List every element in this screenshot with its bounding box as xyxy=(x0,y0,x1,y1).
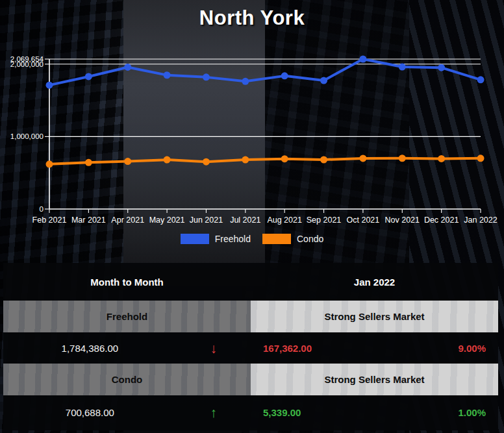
freehold-point xyxy=(438,64,445,71)
line-chart: 2,069,6542,000,0001,000,0000Feb 2021Mar … xyxy=(0,40,504,235)
condo-data-row: 700,688.00 ↑ 5,339.00 1.00% xyxy=(3,395,498,430)
condo-point xyxy=(203,158,210,166)
x-axis-tick-label: Jul 2021 xyxy=(230,216,260,225)
freehold-point xyxy=(203,73,210,80)
up-arrow-icon: ↑ xyxy=(177,406,251,419)
freehold-point xyxy=(320,77,327,84)
y-axis-tick-label: 2,000,000 xyxy=(10,60,44,68)
chart-legend: Freehold Condo xyxy=(0,232,504,246)
condo-point xyxy=(85,159,92,166)
condo-point xyxy=(164,156,171,164)
down-arrow-icon: ↓ xyxy=(177,341,251,355)
condo-current-value: 700,688.00 xyxy=(3,407,177,418)
freehold-point xyxy=(242,78,249,85)
condo-point xyxy=(320,156,327,163)
freehold-point xyxy=(85,73,92,80)
condo-point xyxy=(124,158,131,165)
legend-label-condo: Condo xyxy=(297,234,323,244)
x-axis-tick-label: Aug 2021 xyxy=(267,216,302,225)
header-current-month: Jan 2022 xyxy=(251,263,498,301)
freehold-legend-swatch-icon xyxy=(181,234,209,244)
condo-change-percent: 1.00% xyxy=(458,407,486,418)
condo-point xyxy=(399,155,406,162)
header-month-to-month: Month to Month xyxy=(3,263,251,301)
x-axis-tick-label: Oct 2021 xyxy=(347,216,380,225)
freehold-point xyxy=(399,64,406,71)
freehold-change-percent: 9.00% xyxy=(458,343,486,354)
condo-market-status: Strong Sellers Market xyxy=(251,364,498,395)
freehold-point xyxy=(124,64,131,71)
condo-point xyxy=(438,155,445,162)
legend-item-condo: Condo xyxy=(262,234,323,244)
freehold-point xyxy=(164,71,171,79)
legend-label-freehold: Freehold xyxy=(215,234,251,244)
freehold-change-amount: 167,362.00 xyxy=(263,343,312,354)
condo-line xyxy=(49,158,481,164)
condo-point xyxy=(281,155,288,162)
freehold-point xyxy=(477,76,485,83)
page-title: North York xyxy=(0,6,504,30)
freehold-point xyxy=(359,56,366,63)
legend-item-freehold: Freehold xyxy=(181,234,251,244)
condo-point xyxy=(242,156,249,164)
freehold-row-label: Freehold xyxy=(3,301,251,332)
x-axis-tick-label: Dec 2021 xyxy=(424,216,459,225)
x-axis-tick-label: Feb 2021 xyxy=(32,216,67,225)
freehold-current-value: 1,784,386.00 xyxy=(3,343,177,354)
x-axis-tick-label: Jan 2022 xyxy=(464,216,497,225)
x-axis-tick-label: May 2021 xyxy=(149,216,185,225)
freehold-market-status: Strong Sellers Market xyxy=(251,301,498,332)
freehold-point xyxy=(46,82,53,89)
condo-point xyxy=(46,160,53,167)
freehold-point xyxy=(281,72,288,79)
x-axis-tick-label: Nov 2021 xyxy=(385,216,420,225)
condo-row-label: Condo xyxy=(3,364,251,395)
freehold-label-row: Freehold Strong Sellers Market xyxy=(3,301,498,332)
condo-legend-swatch-icon xyxy=(262,234,291,244)
summary-table: Month to Month Jan 2022 Freehold Strong … xyxy=(3,263,498,430)
freehold-line xyxy=(49,59,481,85)
condo-change-amount: 5,339.00 xyxy=(263,407,301,418)
x-axis-tick-label: Sep 2021 xyxy=(307,216,342,225)
condo-change-cell: 5,339.00 1.00% xyxy=(251,407,498,418)
table-header-row: Month to Month Jan 2022 xyxy=(3,263,498,301)
x-axis-tick-label: Apr 2021 xyxy=(111,216,144,225)
x-axis-tick-label: Jun 2021 xyxy=(190,216,223,225)
freehold-change-cell: 167,362.00 9.00% xyxy=(251,343,498,354)
freehold-data-row: 1,784,386.00 ↓ 167,362.00 9.00% xyxy=(3,332,498,364)
x-axis-tick-label: Mar 2021 xyxy=(71,216,106,225)
condo-label-row: Condo Strong Sellers Market xyxy=(3,364,498,395)
condo-point xyxy=(477,155,485,162)
condo-point xyxy=(359,155,366,162)
y-axis-tick-label: 1,000,000 xyxy=(10,132,44,140)
y-axis-tick-label: 0 xyxy=(40,205,44,213)
